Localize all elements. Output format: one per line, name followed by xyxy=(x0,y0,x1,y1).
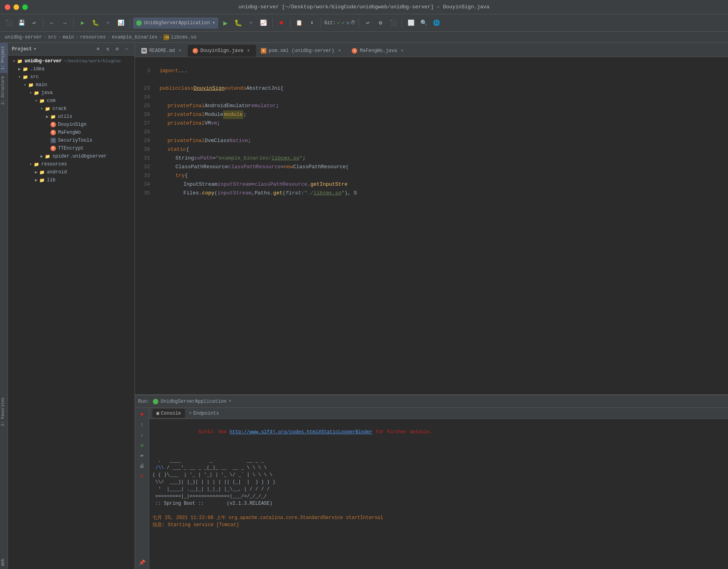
run-wrap-btn[interactable]: ⇌ xyxy=(137,451,147,460)
side-tab-project[interactable]: 1: Project xyxy=(0,43,8,73)
tree-root-arrow: ▾ xyxy=(11,58,17,64)
console-tab[interactable]: ▣ Console xyxy=(152,409,185,418)
tree-crack[interactable]: ▾ 📁 crack xyxy=(8,105,135,113)
toolbar-btn-2[interactable]: 💾 xyxy=(16,17,27,29)
tree-android[interactable]: ▶ 📁 android xyxy=(8,168,135,176)
breadcrumb-libcms[interactable]: libcms.so xyxy=(171,35,196,40)
git-check[interactable]: ✓ xyxy=(337,20,340,26)
toolbar-run-btn[interactable]: ▶ xyxy=(220,17,231,29)
tree-com[interactable]: ▾ 📁 com xyxy=(8,97,135,105)
panel-filter-btn[interactable]: ⇅ xyxy=(104,45,112,53)
toolbar-sep-6 xyxy=(321,18,321,28)
toolbar-globe-btn[interactable]: 🌐 xyxy=(431,17,442,29)
tab-mafengwo-icon: C xyxy=(352,48,357,54)
breadcrumb-example-binaries[interactable]: example_binaries xyxy=(112,35,158,40)
tab-readme-close[interactable]: × xyxy=(177,48,183,54)
run-up-btn[interactable]: ↑ xyxy=(137,420,147,429)
toolbar-btn-debug[interactable]: 🐛 xyxy=(90,17,101,29)
token-sopath: soPath xyxy=(194,154,213,163)
run-text: Run: xyxy=(138,399,150,404)
toolbar-btn-run[interactable]: ▶ xyxy=(77,17,88,29)
toolbar-coverage-btn[interactable]: ⚡ xyxy=(245,17,256,29)
breadcrumb-resources[interactable]: resources xyxy=(80,35,106,40)
tree-securiytools[interactable]: ☰ SecuriyTools xyxy=(8,136,135,144)
breadcrumb-src[interactable]: src xyxy=(48,35,57,40)
back-button[interactable]: ← xyxy=(46,17,58,29)
toolbar-debug-btn[interactable]: 🐛 xyxy=(233,17,244,29)
run-app-name[interactable]: UnidbgServerApplication × xyxy=(153,399,231,404)
tab-mafengwo-close[interactable]: × xyxy=(399,48,405,54)
run-config-selector[interactable]: UnidbgServerApplication ▾ xyxy=(133,17,218,29)
ln-27: 27 xyxy=(135,119,150,128)
tree-root[interactable]: ▾ 📁 unidbg-server ~/Desktop/work/blogCoc xyxy=(8,57,135,65)
tree-idea[interactable]: ▶ 📁 .idea xyxy=(8,65,135,73)
tab-douyinsign-close[interactable]: × xyxy=(246,48,251,54)
far-left-bottom-tabs: 2: Favorites Web xyxy=(0,394,8,569)
tree-lib[interactable]: ▶ 📁 lib xyxy=(8,176,135,184)
side-tab-structure[interactable]: 2: Structure xyxy=(0,73,8,108)
toolbar-terminal-btn[interactable]: ⬛ xyxy=(387,17,399,29)
run-side-buttons: ■ ↑ ↓ ↺ ⇌ 🖨 ⊘ 📌 xyxy=(135,408,149,569)
toolbar-undo-btn[interactable]: ↩ xyxy=(362,17,373,29)
git-time[interactable]: ⏱ xyxy=(351,20,355,26)
toolbar-btn-3[interactable]: ↩️ xyxy=(29,17,40,29)
console-slf4j-link[interactable]: http://www.slf4j.org/codes.html#StaticLo… xyxy=(229,429,372,435)
token-vm-type: VM xyxy=(205,119,211,128)
code-editor[interactable]: 3 23 24 25 26 27 28 29 30 31 32 33 34 35 xyxy=(135,57,728,394)
token-public: public xyxy=(160,84,178,93)
run-print-btn[interactable]: 🖨 xyxy=(137,461,147,471)
close-button[interactable] xyxy=(5,4,10,10)
window-controls[interactable] xyxy=(5,4,28,10)
tree-ttencrypt-arrow xyxy=(44,146,50,151)
breadcrumb-main[interactable]: main xyxy=(63,35,74,40)
run-down-btn[interactable]: ↓ xyxy=(137,430,147,440)
breadcrumb-root[interactable]: unidbg-server xyxy=(5,35,42,40)
tab-douyinsign[interactable]: C DouyinSign.java × xyxy=(188,45,256,57)
panel-settings-btn[interactable]: ⚙ xyxy=(113,45,121,53)
toolbar-settings-btn[interactable]: ⚙ xyxy=(375,17,386,29)
toolbar-stop-btn[interactable]: ■ xyxy=(276,17,287,29)
panel-minimize-btn[interactable]: — xyxy=(123,45,131,53)
tree-spider[interactable]: ▶ 📁 spider.unidbgserver xyxy=(8,152,135,160)
minimize-button[interactable] xyxy=(13,4,19,10)
tree-resources[interactable]: ▾ 📁 resources xyxy=(8,160,135,168)
tree-java[interactable]: ▾ 📁 java xyxy=(8,89,135,97)
forward-button[interactable]: → xyxy=(59,17,70,29)
run-rerun-btn[interactable]: ↺ xyxy=(137,440,147,450)
toolbar-profile-btn[interactable]: 📈 xyxy=(258,17,269,29)
panel-title[interactable]: Project ▾ xyxy=(12,46,37,52)
tree-douyinsign[interactable]: C DouyinSign xyxy=(8,121,135,129)
toolbar-update-btn[interactable]: ⬇ xyxy=(306,17,318,29)
toolbar-btn-profile[interactable]: 📊 xyxy=(115,17,126,29)
breadcrumb-file: .so libcms.so xyxy=(164,35,196,40)
tab-readme[interactable]: MD README.md × xyxy=(137,45,188,57)
tree-src[interactable]: ▾ 📁 src xyxy=(8,73,135,81)
toolbar-search-btn[interactable]: 🔍 xyxy=(418,17,429,29)
tab-pomxml[interactable]: M pom.xml (unidbg-server) × xyxy=(256,45,347,57)
tree-utils[interactable]: ▶ 📁 utils xyxy=(8,113,135,121)
code-line-28 xyxy=(160,128,728,136)
run-app-close[interactable]: × xyxy=(229,399,231,404)
console-content: SLF4J: See http://www.slf4j.org/codes.ht… xyxy=(149,419,728,569)
maximize-button[interactable] xyxy=(22,4,28,10)
toolbar-btn-coverage[interactable]: ⚡ xyxy=(102,17,114,29)
run-clear-btn[interactable]: ⊘ xyxy=(137,471,147,481)
git-merge[interactable]: ⇅ xyxy=(346,20,349,26)
run-pin-btn[interactable]: 📌 xyxy=(137,558,147,567)
toolbar-layout-btn[interactable]: ⬜ xyxy=(405,17,416,29)
toolbar-btn-1[interactable]: ⬛ xyxy=(3,17,14,29)
tab-readme-label: README.md xyxy=(149,48,175,54)
endpoints-tab[interactable]: ⚡ Endpoints xyxy=(185,409,223,418)
tree-mafengwo[interactable]: C MaFengWo xyxy=(8,129,135,136)
tab-mafengwo[interactable]: C MaFengWo.java × xyxy=(347,45,410,57)
toolbar-vcs-btn[interactable]: 📋 xyxy=(294,17,305,29)
tree-spider-arrow: ▶ xyxy=(39,154,44,159)
tab-pomxml-close[interactable]: × xyxy=(337,48,342,54)
web-tab[interactable]: Web xyxy=(0,556,8,569)
favorites-tab[interactable]: 2: Favorites xyxy=(0,394,8,429)
git-tick[interactable]: ✓ xyxy=(342,20,345,26)
tree-ttencrypt[interactable]: C TTEncrypt xyxy=(8,144,135,152)
tree-main[interactable]: ▾ 📁 main xyxy=(8,81,135,89)
panel-add-btn[interactable]: ⊕ xyxy=(94,45,102,53)
run-stop-btn[interactable]: ■ xyxy=(137,409,147,419)
